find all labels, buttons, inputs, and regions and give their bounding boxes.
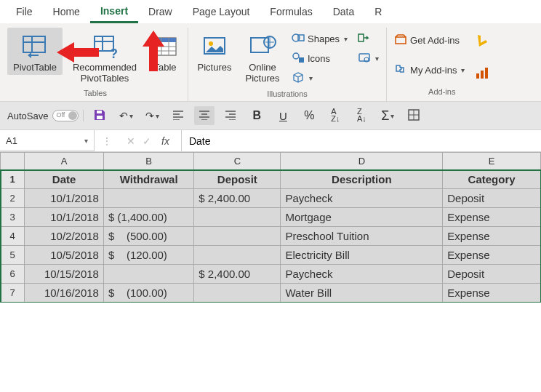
cell[interactable]: Expense bbox=[443, 227, 541, 246]
cell[interactable]: Description bbox=[281, 170, 443, 189]
fx-icon[interactable]: fx bbox=[161, 135, 169, 147]
row-header[interactable]: 3 bbox=[1, 208, 25, 227]
row-header[interactable]: 1 bbox=[1, 170, 25, 189]
my-addins-button[interactable]: My Add-ins ▾ bbox=[391, 62, 468, 79]
cell[interactable]: Water Bill bbox=[281, 284, 443, 303]
cell[interactable]: $ (120.00) bbox=[103, 246, 193, 265]
cell[interactable]: Preschool Tuition bbox=[281, 227, 443, 246]
row-header[interactable]: 6 bbox=[1, 265, 25, 284]
cell[interactable]: Expense bbox=[443, 284, 541, 303]
sort-desc-button[interactable]: ZA↓ bbox=[351, 106, 372, 125]
cancel-icon[interactable]: ✕ bbox=[127, 135, 135, 147]
select-all-corner[interactable] bbox=[1, 153, 25, 170]
align-center-button[interactable] bbox=[194, 106, 215, 125]
pivottable-button[interactable]: PivotTable bbox=[7, 28, 63, 75]
cell[interactable]: Deposit bbox=[443, 189, 541, 208]
align-left-button[interactable] bbox=[168, 106, 188, 125]
column-header[interactable]: C bbox=[194, 153, 281, 170]
smartart-button[interactable] bbox=[355, 31, 382, 47]
row-header[interactable]: 7 bbox=[1, 284, 25, 303]
cell[interactable]: Expense bbox=[443, 246, 541, 265]
row-header[interactable]: 5 bbox=[1, 246, 25, 265]
cell[interactable]: Paycheck bbox=[281, 265, 443, 284]
row-header[interactable]: 4 bbox=[1, 227, 25, 246]
cell[interactable] bbox=[194, 208, 281, 227]
cell[interactable]: Deposit bbox=[194, 170, 281, 189]
spreadsheet-grid[interactable]: A B C D E 1 Date Withdrawal Deposit Desc… bbox=[0, 152, 541, 303]
people-graph-button[interactable] bbox=[472, 65, 492, 84]
cell[interactable]: $ 2,400.00 bbox=[194, 189, 281, 208]
get-addins-button[interactable]: Get Add-ins bbox=[391, 32, 468, 49]
tab-file[interactable]: File bbox=[6, 1, 43, 22]
online-pictures-button[interactable]: Online Pictures bbox=[241, 28, 284, 86]
cell[interactable]: 10/15/2018 bbox=[25, 265, 104, 284]
cell[interactable] bbox=[194, 246, 281, 265]
column-header[interactable]: D bbox=[281, 153, 443, 170]
table-row[interactable]: 5 10/5/2018 $ (120.00) Electricity Bill … bbox=[1, 246, 541, 265]
cell[interactable]: 10/16/2018 bbox=[25, 284, 104, 303]
table-row[interactable]: 3 10/1/2018 $ (1,400.00) Mortgage Expens… bbox=[1, 208, 541, 227]
name-box[interactable]: A1 ▾ bbox=[0, 130, 95, 151]
tab-cut[interactable]: R bbox=[364, 1, 392, 22]
table-row[interactable]: 6 10/15/2018 $ 2,400.00 Paycheck Deposit bbox=[1, 265, 541, 284]
cell[interactable]: Expense bbox=[443, 208, 541, 227]
shapes-button[interactable]: Shapes ▾ bbox=[289, 31, 350, 47]
cell[interactable]: 10/1/2018 bbox=[25, 208, 104, 227]
cell[interactable]: 10/1/2018 bbox=[25, 189, 104, 208]
cell[interactable]: Date bbox=[25, 170, 104, 189]
table-row[interactable]: 4 10/2/2018 $ (500.00) Preschool Tuition… bbox=[1, 227, 541, 246]
formula-input[interactable] bbox=[182, 132, 541, 150]
cell[interactable] bbox=[103, 265, 193, 284]
cell[interactable]: 10/5/2018 bbox=[25, 246, 104, 265]
table-row[interactable]: 2 10/1/2018 $ 2,400.00 Paycheck Deposit bbox=[1, 189, 541, 208]
pictures-button[interactable]: Pictures bbox=[193, 28, 236, 75]
underline-button[interactable]: U bbox=[273, 106, 293, 125]
bing-button[interactable] bbox=[472, 32, 492, 52]
enter-icon[interactable]: ✓ bbox=[143, 135, 151, 147]
align-left-icon bbox=[172, 110, 184, 122]
icons-button[interactable]: Icons bbox=[289, 50, 350, 67]
group-label-tables: Tables bbox=[84, 89, 107, 97]
table-row[interactable]: 1 Date Withdrawal Deposit Description Ca… bbox=[1, 170, 541, 189]
borders-button[interactable] bbox=[404, 106, 424, 125]
tab-insert[interactable]: Insert bbox=[90, 1, 138, 23]
cell[interactable] bbox=[194, 227, 281, 246]
customize-icon[interactable]: ⋮ bbox=[95, 135, 119, 147]
undo-button[interactable]: ↶▾ bbox=[116, 106, 136, 125]
column-header[interactable]: B bbox=[103, 153, 193, 170]
3d-models-button[interactable]: ▾ bbox=[289, 70, 350, 87]
cell[interactable]: $ (100.00) bbox=[103, 284, 193, 303]
tab-draw[interactable]: Draw bbox=[138, 1, 183, 22]
cell[interactable]: Paycheck bbox=[281, 189, 443, 208]
table-button[interactable]: Table bbox=[147, 28, 183, 75]
screenshot-button[interactable]: ▾ bbox=[355, 50, 382, 67]
cell[interactable] bbox=[103, 189, 193, 208]
cell[interactable]: $ (500.00) bbox=[103, 227, 193, 246]
tab-home[interactable]: Home bbox=[43, 1, 90, 22]
table-row[interactable]: 7 10/16/2018 $ (100.00) Water Bill Expen… bbox=[1, 284, 541, 303]
cell[interactable]: Electricity Bill bbox=[281, 246, 443, 265]
column-header[interactable]: A bbox=[25, 153, 104, 170]
cell[interactable]: 10/2/2018 bbox=[25, 227, 104, 246]
cell[interactable]: Category bbox=[443, 170, 541, 189]
save-button[interactable] bbox=[89, 106, 110, 125]
percent-button[interactable]: % bbox=[299, 106, 319, 125]
cell[interactable]: Withdrawal bbox=[103, 170, 193, 189]
bold-button[interactable]: B bbox=[247, 106, 267, 125]
cell[interactable]: Deposit bbox=[443, 265, 541, 284]
redo-button[interactable]: ↷▾ bbox=[142, 106, 162, 125]
cell[interactable]: $ (1,400.00) bbox=[103, 208, 193, 227]
column-header[interactable]: E bbox=[443, 153, 541, 170]
autosave-toggle[interactable]: AutoSave Off bbox=[7, 110, 84, 121]
sort-asc-button[interactable]: AZ↓ bbox=[325, 106, 345, 125]
tab-formulas[interactable]: Formulas bbox=[260, 1, 322, 22]
cell[interactable]: $ 2,400.00 bbox=[194, 265, 281, 284]
autosum-button[interactable]: Σ▾ bbox=[377, 106, 398, 125]
recommended-pivottables-button[interactable]: ? Recommended PivotTables bbox=[67, 28, 143, 86]
align-right-button[interactable] bbox=[220, 106, 241, 125]
cell[interactable] bbox=[194, 284, 281, 303]
tab-data[interactable]: Data bbox=[323, 1, 365, 22]
tab-page-layout[interactable]: Page Layout bbox=[183, 1, 260, 22]
row-header[interactable]: 2 bbox=[1, 189, 25, 208]
cell[interactable]: Mortgage bbox=[281, 208, 443, 227]
